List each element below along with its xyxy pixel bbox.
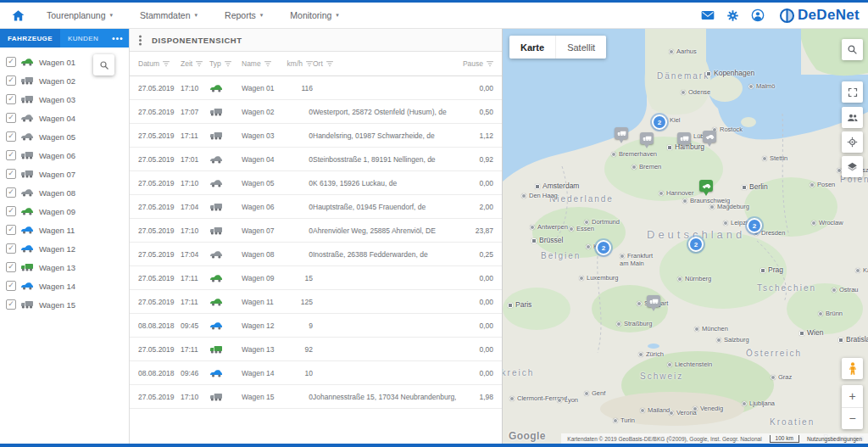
table-row[interactable]: 08.08.201809:46Wagen 14100,00 [130,361,502,385]
vehicle-item[interactable]: Wagen 15 [0,295,129,314]
table-row[interactable]: 27.05.201917:11Wagen 13920,00 [130,338,502,361]
vehicle-pin-marker[interactable] [615,127,628,139]
tab-fahrzeuge[interactable]: FAHRZEUGE [0,29,60,47]
table-row[interactable]: 27.05.201917:10Wagen 011160,00 [130,76,502,100]
vehicle-checkbox[interactable] [6,169,16,179]
menu-tourenplanung[interactable]: Tourenplanung▾ [33,10,126,20]
filter-icon[interactable] [225,61,231,67]
vehicle-pin-marker[interactable] [640,132,654,144]
vehicle-label: Wagen 06 [39,151,75,160]
table-row[interactable]: 27.05.201917:01Wagen 040Steinbosstraße 1… [130,148,502,171]
cluster-marker[interactable]: 2 [596,240,611,255]
more-options-icon[interactable] [106,29,129,47]
map[interactable]: DänemarkNiederlandeBelgienDeutschlandPol… [503,29,868,444]
vehicle-checkbox[interactable] [6,57,16,67]
vehicle-checkbox[interactable] [6,150,16,160]
vehicle-item[interactable]: Wagen 13 [0,258,129,277]
cluster-marker[interactable]: 2 [688,237,704,252]
vehicle-checkbox[interactable] [6,94,16,104]
cluster-marker[interactable]: 2 [652,115,667,130]
car-icon [209,369,242,377]
column-header-pause[interactable]: Pause [456,59,493,68]
menu-reports[interactable]: Reports▾ [211,10,276,20]
vehicle-item[interactable]: Wagen 03 [0,90,129,109]
filter-icon[interactable] [487,61,493,67]
vehicle-checkbox[interactable] [6,243,16,254]
vehicle-item[interactable]: Wagen 11 [0,221,129,239]
vehicle-checkbox[interactable] [6,225,16,235]
pegman-button[interactable] [842,358,863,379]
vehicle-label: Wagen 04 [39,114,75,123]
vehicle-item[interactable]: Wagen 07 [0,165,129,183]
zoom-in-button[interactable]: + [842,385,863,407]
filter-icon[interactable] [264,61,271,67]
table-row[interactable]: 27.05.201917:11Wagen 030Handelsring, 019… [130,124,502,148]
vehicle-checkbox[interactable] [6,131,16,142]
vehicle-item[interactable]: Wagen 12 [0,239,129,258]
car-icon [20,207,35,215]
filter-icon[interactable] [196,61,203,67]
filter-icon[interactable] [306,61,313,67]
layers-button[interactable] [842,156,863,177]
vehicle-pin-marker[interactable] [647,295,660,307]
sidebar-search-button[interactable] [93,54,114,75]
vehicle-item[interactable]: Wagen 05 [0,127,129,146]
menu-stammdaten[interactable]: Stammdaten▾ [126,10,211,20]
vehicle-pin-marker[interactable] [703,131,716,142]
column-header-name[interactable]: Name [242,59,282,68]
map-search-button[interactable] [842,39,863,60]
mail-icon[interactable] [701,10,715,20]
cell-name: Wagen 03 [242,131,282,140]
panel-menu-icon[interactable] [139,29,142,51]
vehicle-checkbox[interactable] [6,206,16,216]
vehicle-checkbox[interactable] [6,75,16,86]
table-row[interactable]: 27.05.201917:10Wagen 070Ahrenviöler Weg,… [130,219,502,243]
map-mode-satellit[interactable]: Satellit [555,36,606,59]
map-mode-karte[interactable]: Karte [509,36,555,59]
column-header-ort[interactable]: Ort [313,59,456,68]
column-header-zeit[interactable]: Zeit [181,59,209,68]
vehicle-item[interactable]: Wagen 14 [0,277,129,295]
column-header-typ[interactable]: Typ [209,59,242,68]
filter-icon[interactable] [326,61,333,67]
account-icon[interactable] [751,8,765,22]
filter-icon[interactable] [163,61,170,67]
home-icon[interactable] [12,10,25,21]
vehicle-checkbox[interactable] [6,187,16,198]
vehicle-checkbox[interactable] [6,281,16,291]
fullscreen-button[interactable] [842,81,863,103]
vehicle-item[interactable]: Wagen 09 [0,202,129,221]
table-row[interactable]: 27.05.201917:11Wagen 09150,00 [130,266,502,290]
table-row[interactable]: 27.05.201917:04Wagen 080Inostraße, 26388… [130,243,502,266]
my-location-button[interactable] [842,131,863,153]
menu-label: Tourenplanung [47,10,105,20]
column-header-datum[interactable]: Datum [138,59,181,68]
vehicle-item[interactable]: Wagen 06 [0,146,129,165]
cluster-marker[interactable]: 2 [747,218,762,233]
cell-datum: 27.05.2019 [138,179,181,187]
vehicle-checkbox[interactable] [6,262,16,272]
menu-monitoring[interactable]: Monitoring▾ [276,10,353,20]
dispatcher-panel: DISPONENTENSICHT DatumZeitTypNamekm/hOrt… [130,29,503,444]
settings-gear-icon[interactable] [726,9,739,22]
vehicle-pin-marker[interactable] [677,132,691,144]
tab-kunden[interactable]: KUNDEN [60,29,106,47]
terms-link[interactable]: Nutzungsbedingungen [807,436,862,442]
google-logo[interactable]: Google [509,430,546,442]
vehicle-item[interactable]: Wagen 08 [0,183,129,202]
vehicle-pin-marker[interactable] [699,180,713,192]
cell-name: Wagen 15 [242,393,282,401]
vehicle-checkbox[interactable] [6,113,16,123]
table-row[interactable]: 27.05.201917:10Wagen 050K 6139, 15926 Lu… [130,171,502,195]
zoom-out-button[interactable]: − [842,407,863,430]
table-row[interactable]: 27.05.201917:04Wagen 060Hauptstraße, 019… [130,195,502,219]
vehicle-item[interactable]: Wagen 04 [0,109,129,127]
people-button[interactable] [842,107,863,128]
car-icon [209,298,242,306]
table-row[interactable]: 08.08.201809:45Wagen 1290,00 [130,314,502,338]
table-row[interactable]: 27.05.201917:11Wagen 111250,00 [130,290,502,314]
column-header-kmh[interactable]: km/h [282,59,313,68]
vehicle-checkbox[interactable] [6,299,16,310]
table-row[interactable]: 27.05.201917:10Wagen 150Johannesstraße 1… [130,385,502,409]
table-row[interactable]: 27.05.201917:07Wagen 020Westerport, 2587… [130,100,502,124]
